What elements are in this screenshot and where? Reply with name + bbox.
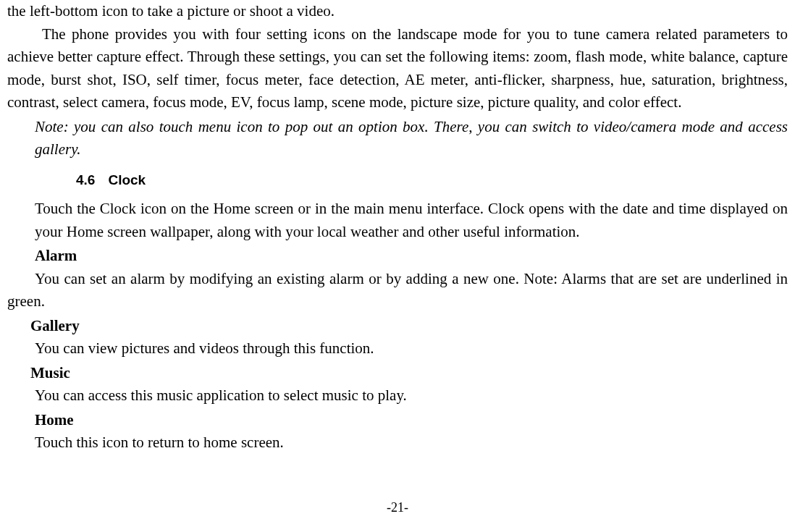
gallery-heading: Gallery: [7, 315, 788, 338]
continuation-text: the left-bottom icon to take a picture o…: [7, 0, 788, 23]
home-heading: Home: [7, 409, 788, 432]
home-text: Touch this icon to return to home screen…: [7, 431, 788, 455]
page-number: -21-: [0, 498, 795, 518]
music-text: You can access this music application to…: [7, 384, 788, 408]
camera-settings-paragraph: The phone provides you with four setting…: [7, 23, 788, 114]
alarm-heading: Alarm: [7, 245, 788, 268]
section-heading: 4.6Clock: [7, 170, 788, 191]
section-title: Clock: [108, 172, 146, 187]
section-number: 4.6: [76, 172, 95, 187]
gallery-text: You can view pictures and videos through…: [7, 337, 788, 360]
clock-intro-paragraph: Touch the Clock icon on the Home screen …: [7, 198, 788, 243]
music-heading: Music: [7, 362, 788, 385]
alarm-body: You can set an alarm by modifying an exi…: [7, 270, 788, 311]
note-paragraph: Note: you can also touch menu icon to po…: [7, 116, 788, 161]
alarm-text: You can set an alarm by modifying an exi…: [7, 268, 788, 313]
